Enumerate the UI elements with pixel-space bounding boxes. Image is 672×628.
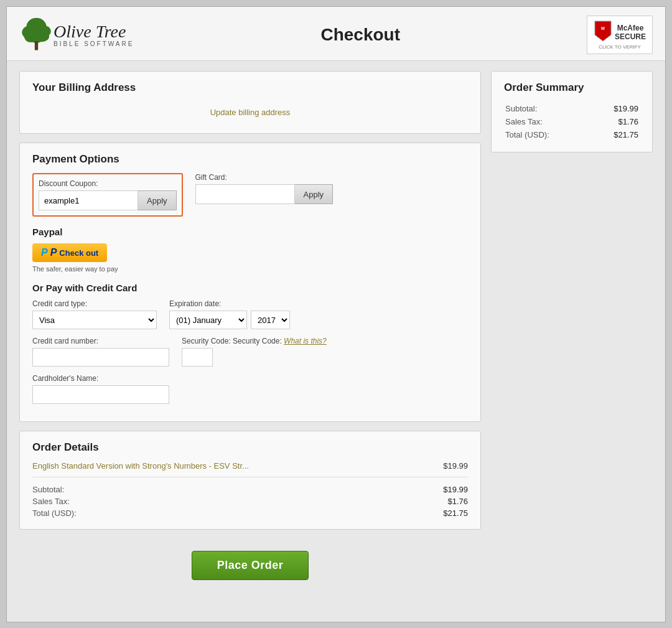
right-column: Order Summary Subtotal: $19.99 Sales Tax… bbox=[491, 71, 653, 152]
gift-card-group: Gift Card: Apply bbox=[195, 173, 334, 217]
main-content: Your Billing Address Update billing addr… bbox=[7, 61, 665, 596]
card-type-select[interactable]: Visa MasterCard American Express Discove… bbox=[32, 311, 157, 329]
subtotal-amount: $19.99 bbox=[443, 485, 468, 494]
payment-options-card: Payment Options Discount Coupon: Apply G… bbox=[19, 143, 481, 422]
mcafee-badge[interactable]: M McAfee SECURE CLICK TO VERIFY bbox=[587, 16, 653, 54]
order-summary-title: Order Summary bbox=[504, 82, 640, 94]
expiry-field: Expiration date: (01) January (02) Febru… bbox=[169, 299, 290, 329]
discount-coupon-input[interactable] bbox=[39, 190, 138, 210]
credit-card-title: Or Pay with Credit Card bbox=[32, 283, 468, 293]
place-order-button[interactable]: Place Order bbox=[192, 551, 309, 580]
page-wrapper: Olive Tree BIBLE SOFTWARE Checkout M McA… bbox=[6, 6, 666, 622]
subtotal-row: Subtotal: $19.99 bbox=[32, 484, 468, 495]
svg-point-5 bbox=[35, 30, 49, 42]
logo-area: Olive Tree BIBLE SOFTWARE bbox=[19, 17, 134, 53]
cardholder-label: Cardholder's Name: bbox=[32, 374, 169, 383]
place-order-section: Place Order bbox=[19, 538, 481, 586]
subtotal-label: Subtotal: bbox=[32, 485, 64, 494]
order-item-row: English Standard Version with Strong's N… bbox=[32, 461, 468, 471]
card-number-security-row: Credit card number: Security Code: Secur… bbox=[32, 337, 468, 367]
logo-text: Olive Tree BIBLE SOFTWARE bbox=[54, 23, 134, 47]
paypal-tagline: The safer, easier way to pay bbox=[32, 265, 468, 273]
total-label: Total (USD): bbox=[32, 508, 77, 518]
paypal-label: Check out bbox=[59, 248, 98, 258]
summary-tax-row: Sales Tax: $1.76 bbox=[505, 116, 638, 128]
order-item-price: $19.99 bbox=[443, 461, 468, 471]
svg-text:M: M bbox=[601, 26, 605, 30]
tax-row: Sales Tax: $1.76 bbox=[32, 495, 468, 507]
total-row: Total (USD): $21.75 bbox=[32, 507, 468, 519]
billing-address-card: Your Billing Address Update billing addr… bbox=[19, 71, 481, 134]
gift-card-input[interactable] bbox=[195, 184, 295, 204]
expiry-label: Expiration date: bbox=[169, 299, 290, 308]
paypal-p-icon: P bbox=[41, 247, 48, 258]
update-billing-link[interactable]: Update billing address bbox=[32, 101, 468, 123]
logo-subtitle: BIBLE SOFTWARE bbox=[54, 40, 134, 47]
cardholder-name-input[interactable] bbox=[32, 385, 169, 404]
cardholder-field: Cardholder's Name: bbox=[32, 374, 169, 404]
order-details-title: Order Details bbox=[32, 441, 468, 454]
card-type-expiry-row: Credit card type: Visa MasterCard Americ… bbox=[32, 299, 468, 329]
page-title: Checkout bbox=[134, 25, 587, 45]
summary-tax-amount: $1.76 bbox=[595, 116, 638, 128]
mcafee-verify-label: CLICK TO VERIFY bbox=[594, 44, 646, 50]
logo-tree-icon bbox=[19, 17, 54, 53]
paypal-section: Paypal PP Check out The safer, easier wa… bbox=[32, 227, 468, 273]
card-number-label: Credit card number: bbox=[32, 337, 169, 345]
paypal-title: Paypal bbox=[32, 227, 468, 237]
tax-amount: $1.76 bbox=[447, 497, 468, 506]
summary-subtotal-row: Subtotal: $19.99 bbox=[505, 103, 638, 115]
summary-tax-label: Sales Tax: bbox=[505, 116, 594, 128]
summary-total-amount: $21.75 bbox=[595, 129, 638, 141]
total-amount: $21.75 bbox=[443, 508, 468, 518]
order-totals: Subtotal: $19.99 Sales Tax: $1.76 Total … bbox=[32, 477, 468, 519]
mcafee-shield-icon: M bbox=[594, 20, 612, 42]
expiry-selects-row: (01) January (02) February (03) March (0… bbox=[169, 311, 290, 329]
summary-total-row: Total (USD): $21.75 bbox=[505, 129, 638, 141]
summary-subtotal-label: Subtotal: bbox=[505, 103, 594, 115]
discount-coupon-apply-button[interactable]: Apply bbox=[138, 190, 177, 210]
card-number-field: Credit card number: bbox=[32, 337, 169, 367]
expiry-month-select[interactable]: (01) January (02) February (03) March (0… bbox=[169, 311, 247, 329]
card-type-label: Credit card type: bbox=[32, 299, 157, 308]
order-details-card: Order Details English Standard Version w… bbox=[19, 431, 481, 530]
discount-coupon-input-row: Apply bbox=[39, 190, 177, 210]
coupon-giftcard-row: Discount Coupon: Apply Gift Card: Apply bbox=[32, 173, 468, 217]
logo-name: Olive Tree bbox=[54, 23, 134, 40]
security-code-field: Security Code: Security Code: What is th… bbox=[182, 337, 327, 367]
gift-card-apply-button[interactable]: Apply bbox=[295, 184, 334, 204]
summary-total-label: Total (USD): bbox=[505, 129, 594, 141]
security-code-label: Security Code: Security Code: What is th… bbox=[182, 337, 327, 345]
mcafee-text: McAfee bbox=[615, 24, 646, 32]
order-summary-card: Order Summary Subtotal: $19.99 Sales Tax… bbox=[491, 71, 653, 152]
cardholder-row: Cardholder's Name: bbox=[32, 374, 468, 404]
mcafee-secure-label: SECURE bbox=[615, 32, 646, 41]
order-item-link[interactable]: English Standard Version with Strong's N… bbox=[32, 461, 249, 471]
credit-card-section: Or Pay with Credit Card Credit card type… bbox=[32, 283, 468, 404]
left-column: Your Billing Address Update billing addr… bbox=[19, 71, 481, 586]
card-type-field: Credit card type: Visa MasterCard Americ… bbox=[32, 299, 157, 329]
security-code-input[interactable] bbox=[182, 348, 213, 367]
order-summary-table: Subtotal: $19.99 Sales Tax: $1.76 Total … bbox=[504, 101, 640, 142]
summary-subtotal-amount: $19.99 bbox=[595, 103, 638, 115]
discount-coupon-label: Discount Coupon: bbox=[39, 179, 177, 188]
tax-label: Sales Tax: bbox=[32, 497, 70, 506]
payment-options-title: Payment Options bbox=[32, 153, 468, 166]
paypal-checkout-button[interactable]: PP Check out bbox=[32, 243, 107, 262]
paypal-p2-icon: P bbox=[50, 247, 57, 258]
expiry-year-select[interactable]: 2017 2018 2019 2020 2021 bbox=[251, 311, 290, 329]
gift-card-input-row: Apply bbox=[195, 184, 334, 204]
header: Olive Tree BIBLE SOFTWARE Checkout M McA… bbox=[7, 7, 665, 61]
card-number-input[interactable] bbox=[32, 348, 169, 367]
svg-rect-6 bbox=[35, 41, 38, 50]
security-what-is-this-link[interactable]: What is this? bbox=[284, 337, 327, 345]
discount-coupon-highlight: Discount Coupon: Apply bbox=[32, 173, 183, 217]
billing-address-title: Your Billing Address bbox=[32, 82, 468, 94]
gift-card-label: Gift Card: bbox=[195, 173, 334, 182]
